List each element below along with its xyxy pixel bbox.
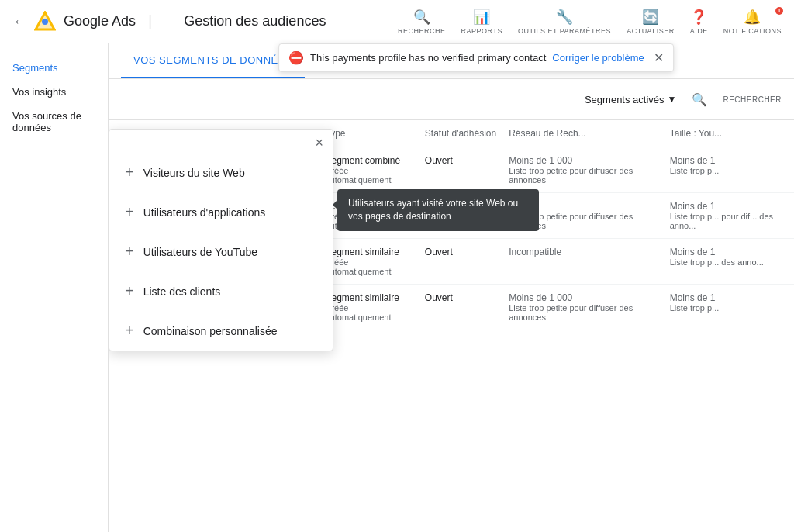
dropdown-utilisateurs-apps-label: Utilisateurs d'applications — [143, 206, 266, 219]
nav-aide[interactable]: ❓ AIDE — [690, 9, 708, 35]
dropdown-item-utilisateurs-youtube[interactable]: + Utilisateurs de YouTube — [109, 232, 333, 271]
chevron-down-icon: ▼ — [668, 94, 677, 105]
dropdown-combinaison-label: Combinaison personnalisée — [143, 325, 278, 337]
header: ← Google Ads | Gestion des audiences 🔍 R… — [0, 0, 794, 43]
sidebar-item-sources[interactable]: Vos sources de données — [0, 104, 108, 140]
page-title: Gestion des audiences — [171, 13, 326, 29]
header-type: Type — [319, 120, 419, 147]
nav-outils[interactable]: 🔧 OUTILS ET PARAMÈTRES — [518, 9, 611, 35]
refresh-label: ACTUALISER — [627, 27, 675, 35]
tab-vos-segments[interactable]: VOS SEGMENTS DE DONNÉES — [121, 43, 305, 78]
dropdown-visiteurs-web-label: Visiteurs du site Web — [143, 167, 245, 179]
header-taille: Taille : You... — [664, 120, 794, 147]
nav-notifications[interactable]: 🔔 1 NOTIFICATIONS — [723, 9, 782, 35]
plus-icon: + — [125, 164, 134, 181]
row2-youtube: Moins de 1 Liste trop p... pour dif... d… — [664, 193, 794, 239]
tools-icon: 🔧 — [556, 9, 573, 26]
header-reseau: Réseau de Rech... — [502, 120, 664, 147]
back-button[interactable]: ← — [12, 12, 28, 30]
table-toolbar: Segments activés ▼ 🔍 RECHERCHER — [109, 79, 794, 120]
header-status: Statut d'adhésion — [419, 120, 502, 147]
row3-type-sub: Créée automatiquement — [326, 257, 413, 276]
row4-type-sub: Créée automatiquement — [326, 303, 413, 322]
logo-icon — [34, 11, 56, 33]
sidebar: Segments Vos insights Vos sources de don… — [0, 43, 109, 532]
dropdown-item-combinaison[interactable]: + Combinaison personnalisée — [109, 311, 333, 351]
row3-yt-count: Moins de 1 — [670, 247, 788, 257]
sidebar-insights-label: Vos insights — [12, 86, 66, 98]
row4-youtube: Moins de 1 Liste trop p... — [664, 285, 794, 330]
dropdown-utilisateurs-youtube-label: Utilisateurs de YouTube — [143, 246, 257, 258]
header-right: 🔍 RECHERCHE 📊 RAPPORTS 🔧 OUTILS ET PARAM… — [398, 9, 782, 35]
sidebar-item-insights[interactable]: Vos insights — [0, 80, 108, 104]
dropdown-header: × — [109, 130, 333, 153]
notification-badge: 1 — [775, 7, 783, 15]
segments-filter-dropdown[interactable]: Segments activés ▼ — [585, 94, 677, 105]
row3-type-main: Segment similaire — [326, 247, 413, 257]
search-label: RECHERCHER — [723, 95, 782, 104]
row4-yt-count: Moins de 1 — [670, 292, 788, 303]
filter-label: Segments activés — [585, 94, 665, 105]
row1-type-sub: Créée automatiquement — [326, 166, 413, 185]
tooltip-text: Utilisateurs ayant visité votre site Web… — [348, 198, 518, 222]
row3-yt-note: Liste trop p... des anno... — [670, 257, 788, 267]
row1-yt-note: Liste trop p... — [670, 166, 788, 175]
alert-icon: ⛔ — [288, 50, 304, 65]
row4-type-main: Segment similaire — [326, 292, 413, 303]
row4-search-note: Liste trop petite pour diffuser des anno… — [509, 303, 658, 322]
row1-search-note: Liste trop petite pour diffuser des anno… — [509, 166, 658, 185]
search-label: RECHERCHE — [398, 27, 446, 35]
alert-close-button[interactable]: ✕ — [654, 50, 664, 65]
help-icon: ❓ — [690, 9, 707, 26]
app-name-label: Google Ads — [64, 13, 136, 29]
row1-type-main: Segment combiné — [326, 155, 413, 166]
alert-link[interactable]: Corriger le problème — [552, 52, 644, 64]
bell-icon: 🔔 — [744, 9, 761, 26]
row1-search-count: Moins de 1 000 — [509, 155, 658, 166]
plus-icon: + — [125, 243, 134, 261]
row2-yt-count: Moins de 1 — [670, 201, 788, 212]
row4-status: Ouvert — [419, 285, 502, 330]
help-label: AIDE — [690, 27, 708, 35]
sidebar-segments-label: Segments — [12, 62, 58, 74]
row1-type: Segment combiné Créée automatiquement — [319, 147, 419, 193]
reports-icon: 📊 — [473, 9, 490, 26]
search-icon: 🔍 — [413, 9, 430, 26]
dropdown-liste-clients-label: Liste des clients — [143, 285, 221, 298]
alert-banner: ⛔ This payments profile has no verified … — [278, 43, 674, 72]
main-layout: Segments Vos insights Vos sources de don… — [0, 43, 794, 532]
header-separator: | — [148, 12, 152, 30]
sidebar-sources-label: Vos sources de données — [12, 110, 81, 133]
row2-yt-note: Liste trop p... pour dif... des anno... — [670, 212, 788, 230]
dropdown-item-utilisateurs-apps[interactable]: + Utilisateurs d'applications — [109, 192, 333, 232]
dropdown-item-liste-clients[interactable]: + Liste des clients — [109, 271, 333, 311]
row3-search-incompatible: Incompatible — [509, 247, 658, 257]
plus-icon: + — [125, 282, 134, 300]
nav-recherche[interactable]: 🔍 RECHERCHE — [398, 9, 446, 35]
row1-status: Ouvert — [419, 147, 502, 193]
row4-search: Moins de 1 000 Liste trop petite pour di… — [502, 285, 664, 330]
plus-icon: + — [125, 322, 134, 340]
notifications-label: NOTIFICATIONS — [723, 27, 782, 35]
search-button[interactable]: 🔍 — [685, 85, 713, 113]
nav-actualiser[interactable]: 🔄 ACTUALISER — [627, 9, 675, 35]
dropdown-item-visiteurs-web[interactable]: + Visiteurs du site Web — [109, 153, 333, 192]
nav-rapports[interactable]: 📊 RAPPORTS — [461, 9, 502, 35]
tools-label: OUTILS ET PARAMÈTRES — [518, 27, 611, 35]
row1-search: Moins de 1 000 Liste trop petite pour di… — [502, 147, 664, 193]
alert-text: This payments profile has no verified pr… — [310, 52, 546, 64]
row4-search-count: Moins de 1 000 — [509, 292, 658, 303]
refresh-icon: 🔄 — [642, 9, 659, 26]
search-icon: 🔍 — [692, 92, 707, 107]
svg-point-2 — [42, 19, 48, 25]
reports-label: RAPPORTS — [461, 27, 502, 35]
row4-type: Segment similaire Créée automatiquement — [319, 285, 419, 330]
row3-status: Ouvert — [419, 239, 502, 285]
create-segment-dropdown: × + Visiteurs du site Web + Utilisateurs… — [109, 129, 333, 351]
row4-yt-note: Liste trop p... — [670, 303, 788, 313]
sidebar-item-segments[interactable]: Segments — [0, 56, 108, 80]
plus-icon: + — [125, 203, 134, 221]
row3-search: Incompatible — [502, 239, 664, 285]
dropdown-close-button[interactable]: × — [315, 136, 323, 150]
row1-yt-count: Moins de 1 — [670, 155, 788, 166]
